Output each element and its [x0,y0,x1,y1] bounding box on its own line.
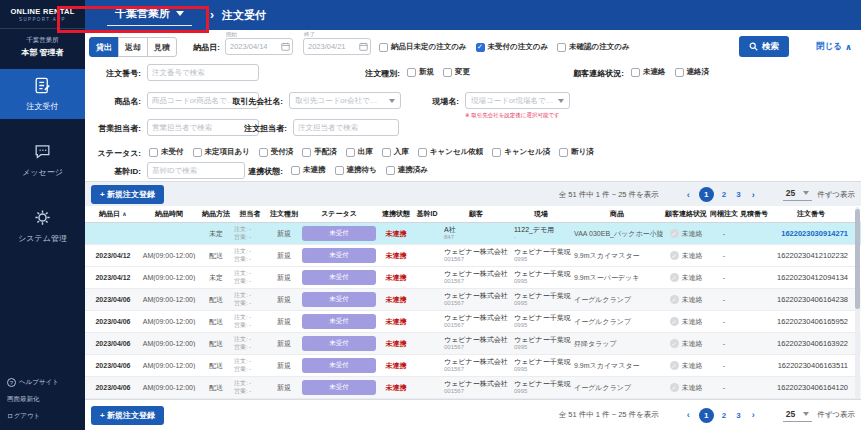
table-row[interactable]: 2023/04/06AM(09:00-12:00)配送注文: -営業: -新規未… [85,311,861,333]
quick-filter-checkbox-item[interactable]: 未確認の注文のみ [557,42,630,52]
status-checkbox-item[interactable]: 入庫 [382,147,409,157]
new-order-button[interactable]: + 新規注文登録 [91,406,164,425]
site-name: ウェビナー千葉現場 [514,336,571,344]
table-row[interactable]: 2023/04/06AM(09:00-12:00)配送注文: -営業: -新規未… [85,355,861,377]
tab-返却[interactable]: 返却 [118,37,148,57]
table-row[interactable]: 未定注文: -営業: -新規未受付未連携A社8471122_デモ用-VAA 03… [85,223,861,245]
table-scrollbar[interactable] [855,207,860,398]
client-company-select[interactable]: 取引先コードor会社で… [289,92,401,109]
site-name: ウェビナー千葉現場 [514,270,571,278]
status-checkbox-item[interactable]: 未定項目あり [193,147,250,157]
status-checkbox-item[interactable]: 断り済 [559,147,594,157]
page-size-select[interactable]: 25 [783,188,812,201]
customer-code: 001567 [444,278,511,285]
sidebar-item-messages[interactable]: メッセージ [0,135,85,185]
status-checkbox[interactable] [259,148,268,157]
office-selector[interactable]: 千葉営業所 [107,4,192,26]
status-checkbox[interactable] [559,148,568,157]
status-checkbox-label: 手配済 [314,147,337,157]
cell-order-no[interactable]: 1622023030914271 [769,229,853,238]
cell-bundled-order: - [709,230,739,237]
quick-filter-checkbox[interactable] [557,43,566,52]
quick-filter-checkbox[interactable]: ✓ [476,43,485,52]
status-checkbox[interactable] [418,148,427,157]
link-state-checkbox-item[interactable]: 連携待ち [335,165,377,175]
customer-contact-checkbox-label: 未連絡 [643,67,666,77]
logout-link[interactable]: ログアウト [0,408,85,425]
order-type-checkbox-item[interactable]: 新規 [407,67,434,77]
status-checkbox-item[interactable]: 未受付 [149,147,184,157]
link-state-checkbox-item[interactable]: 連携済み [386,165,428,175]
prev-page-arrow[interactable]: ‹ [681,410,696,420]
next-page-arrow[interactable]: › [746,410,761,420]
status-checkbox-item[interactable]: 手配済 [302,147,337,157]
page-number-3[interactable]: 3 [736,190,740,199]
customer-contact-checkbox[interactable] [675,68,684,77]
status-checkbox[interactable] [492,148,501,157]
tab-貸出[interactable]: 貸出 [89,37,119,57]
page-number-2[interactable]: 2 [722,411,726,420]
status-checkbox-item[interactable]: 出庫 [346,147,373,157]
status-badge: 未受付 [302,314,376,329]
help-site-link[interactable]: ? ヘルプサイト [0,374,85,391]
status-checkbox-item[interactable]: 受付済 [259,147,294,157]
page-size-select[interactable]: 25 [783,409,812,422]
order-type-checkbox[interactable] [407,68,416,77]
page-number-1[interactable]: 1 [699,408,714,423]
quick-filter-checkbox[interactable] [379,43,388,52]
link-state-checkbox[interactable] [335,166,344,175]
quick-filter-checkbox-item[interactable]: 納品日未定の注文のみ [379,42,467,52]
search-button[interactable]: 検索 [739,36,789,57]
calendar-icon[interactable] [359,42,368,51]
column-header-1[interactable]: 納品日∧ [89,209,137,219]
quick-filter-checkbox-item[interactable]: ✓未受付の注文のみ [476,42,549,52]
customer-contact-checkbox-item[interactable]: 連絡済 [675,67,710,77]
tab-見積[interactable]: 見積 [147,37,177,57]
page-number-1[interactable]: 1 [699,187,714,202]
status-checkbox[interactable] [302,148,311,157]
sidebar-item-order-reception[interactable]: 注文受付 [0,69,85,119]
new-order-button[interactable]: + 新規注文登録 [91,185,164,204]
table-row[interactable]: 2023/04/06AM(09:00-12:00)配送注文: -営業: -新規未… [85,289,861,311]
staff-order-line: 注文: - [234,336,269,344]
cell-delivery-time: AM(09:00-12:00) [137,296,201,303]
page-number-3[interactable]: 3 [736,411,740,420]
page-size-value: 25 [786,188,795,198]
order-no-input[interactable] [147,64,259,81]
link-state-checkbox[interactable] [386,166,395,175]
status-checkbox[interactable] [193,148,202,157]
link-state-checkbox-item[interactable]: 未連携 [291,165,326,175]
calendar-icon[interactable] [281,42,290,51]
status-checkbox[interactable] [346,148,355,157]
status-checkbox-item[interactable]: キャンセル依頼 [418,147,483,157]
cell-product: 9.9mスカイマスター [571,251,663,261]
column-header-7: 連携状態 [379,209,413,219]
cell-delivery-time: AM(09:00-12:00) [137,384,201,391]
customer-contact-checkbox-item[interactable]: 未連絡 [631,67,666,77]
scrollbar-thumb[interactable] [855,209,860,309]
prev-page-arrow[interactable]: ‹ [681,190,696,200]
table-row[interactable]: 2023/04/12AM(09:00-12:00)未定注文: -営業: -新規未… [85,267,861,289]
order-type-checkbox-item[interactable]: 変更 [443,67,470,77]
chevron-down-icon [803,191,809,195]
table-row[interactable]: 2023/04/06AM(09:00-12:00)配送注文: -営業: -新規未… [85,333,861,355]
cell-delivery-method: 未定 [201,229,231,239]
order-type-checkbox[interactable] [443,68,452,77]
cell-delivery-time: AM(09:00-12:00) [137,252,201,259]
status-checkbox[interactable] [149,148,158,157]
sidebar-item-system-admin[interactable]: システム管理 [0,201,85,251]
screen-refresh-link[interactable]: 画面最新化 [0,391,85,408]
close-label: 閉じる [816,41,842,53]
status-checkbox[interactable] [382,148,391,157]
close-filter-link[interactable]: 閉じる ∧ [816,41,852,53]
customer-contact-checkbox[interactable] [631,68,640,77]
next-page-arrow[interactable]: › [746,190,761,200]
status-checkbox-item[interactable]: キャンセル済 [492,147,550,157]
table-row[interactable]: 2023/04/12AM(09:00-12:00)配送注文: -営業: -新規未… [85,245,861,267]
site-name-select[interactable]: 現場コードor現場名で… [465,92,570,109]
order-staff-input[interactable] [293,119,399,136]
page-number-2[interactable]: 2 [722,190,726,199]
link-state-checkbox[interactable] [291,166,300,175]
table-row[interactable]: 2023/04/06AM(09:00-12:00)配送注文: -営業: -新規未… [85,377,861,399]
cell-site: ウェビナー千葉現場0995 [511,380,571,396]
